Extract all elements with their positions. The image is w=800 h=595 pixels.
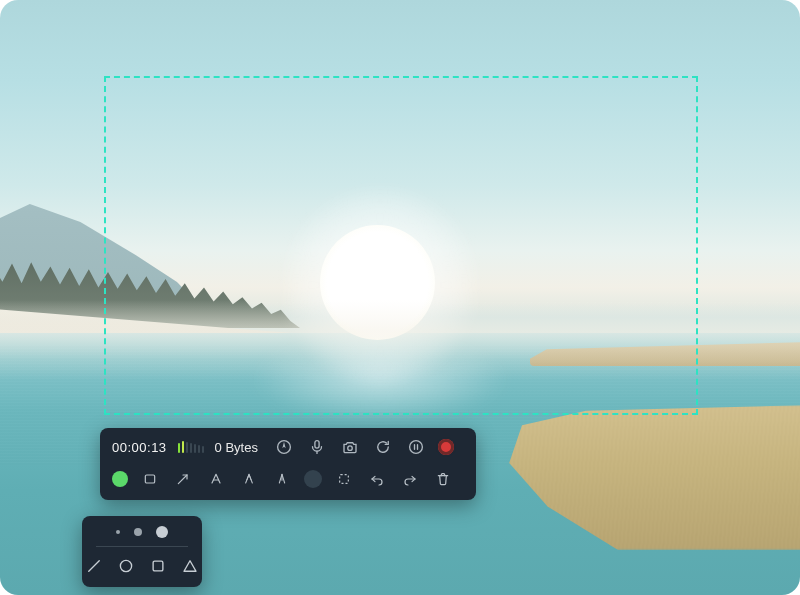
svg-rect-7	[153, 561, 163, 571]
redo-icon[interactable]	[399, 468, 421, 490]
capture-region[interactable]	[104, 76, 698, 415]
cursor-icon[interactable]	[273, 436, 295, 458]
shape-picker-popover	[82, 516, 202, 587]
brush-size-large[interactable]	[156, 526, 168, 538]
pen-color-indicator[interactable]	[112, 471, 128, 487]
microphone-icon[interactable]	[306, 436, 328, 458]
svg-rect-5	[340, 475, 349, 484]
rectangle-tool-icon[interactable]	[139, 468, 161, 490]
trash-icon[interactable]	[432, 468, 454, 490]
svg-rect-1	[315, 441, 319, 449]
pause-icon[interactable]	[405, 436, 427, 458]
brush-size-row	[96, 526, 188, 538]
svg-point-6	[120, 560, 131, 571]
elapsed-time: 00:00:13	[112, 440, 167, 455]
divider	[96, 546, 188, 547]
selection-tool-icon[interactable]	[333, 468, 355, 490]
highlighter-tool-icon[interactable]	[238, 468, 260, 490]
recording-toolbar: 00:00:13 0 Bytes	[100, 428, 476, 500]
brush-size-small[interactable]	[116, 530, 120, 534]
brush-size-medium[interactable]	[134, 528, 142, 536]
file-size: 0 Bytes	[215, 440, 258, 455]
svg-point-2	[348, 446, 353, 451]
audio-level-meter	[178, 441, 204, 453]
arrow-tool-icon[interactable]	[172, 468, 194, 490]
shape-square-icon[interactable]	[149, 555, 167, 577]
text-tool-icon[interactable]	[205, 468, 227, 490]
camera-icon[interactable]	[339, 436, 361, 458]
undo-icon[interactable]	[366, 468, 388, 490]
svg-point-3	[410, 441, 423, 454]
shape-triangle-icon[interactable]	[181, 555, 199, 577]
color-swatch-icon[interactable]	[304, 470, 322, 488]
pen-tool-icon[interactable]	[271, 468, 293, 490]
svg-rect-4	[145, 475, 154, 483]
shape-row	[96, 555, 188, 577]
refresh-icon[interactable]	[372, 436, 394, 458]
record-icon[interactable]	[438, 439, 454, 455]
shape-line-icon[interactable]	[85, 555, 103, 577]
shape-circle-icon[interactable]	[117, 555, 135, 577]
